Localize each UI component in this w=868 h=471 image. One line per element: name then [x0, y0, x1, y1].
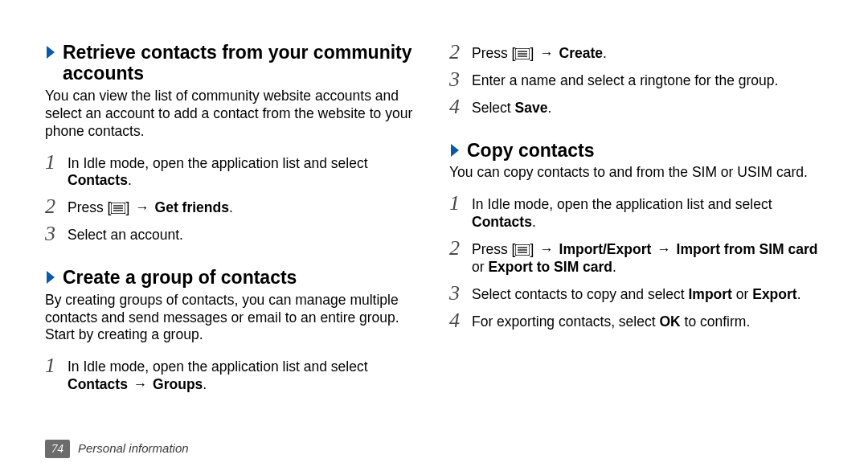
- list-item: 3 Select an account.: [45, 223, 419, 244]
- text: .: [203, 376, 207, 392]
- text: In Idle mode, open the application list …: [68, 358, 368, 375]
- arrow-text: →: [128, 376, 153, 392]
- text: .: [547, 100, 551, 116]
- list-item: 2 Press [] → Get friends.: [45, 196, 419, 217]
- text: In Idle mode, open the application list …: [472, 196, 772, 212]
- steps-create-group-cont: 2 Press [] → Create. 3 Enter a name and …: [449, 42, 823, 117]
- step-body: Select contacts to copy and select Impor…: [472, 283, 823, 304]
- text: .: [612, 259, 616, 275]
- text: .: [128, 172, 132, 188]
- step-body: Press [] → Import/Export → Import from S…: [472, 238, 823, 276]
- step-body: In Idle mode, open the application list …: [68, 152, 419, 190]
- heading-text: Create a group of contacts: [63, 267, 419, 288]
- step-body: Enter a name and select a ringtone for t…: [472, 69, 823, 90]
- bold-text: Import/Export: [555, 241, 652, 257]
- step-number: 1: [449, 193, 472, 214]
- chevron-right-icon: [45, 42, 58, 60]
- heading-copy-contacts: Copy contacts: [449, 140, 823, 164]
- bold-text: Import: [688, 286, 731, 302]
- bold-text: Create: [555, 45, 603, 61]
- para-create-group-intro: By creating groups of contacts, you can …: [45, 292, 419, 345]
- step-number: 3: [45, 223, 68, 244]
- para-retrieve-intro: You can view the list of community websi…: [45, 88, 419, 141]
- text: .: [603, 45, 607, 61]
- list-item: 1 In Idle mode, open the application lis…: [449, 193, 823, 231]
- menu-icon: [515, 244, 530, 256]
- list-item: 3 Enter a name and select a ringtone for…: [449, 69, 823, 90]
- list-item: 4 Select Save.: [449, 96, 823, 117]
- step-body: Press [] → Create.: [472, 42, 823, 63]
- step-body: Select Save.: [472, 96, 823, 117]
- chevron-right-icon: [45, 267, 58, 285]
- heading-text: Copy contacts: [467, 140, 823, 161]
- footer: 74 Personal information: [45, 440, 189, 458]
- step-number: 4: [449, 310, 472, 331]
- menu-icon: [111, 203, 125, 214]
- text: .: [797, 286, 801, 302]
- step-number: 3: [449, 283, 472, 304]
- heading-create-group: Create a group of contacts: [45, 267, 419, 291]
- text: ]: [530, 241, 538, 257]
- svg-marker-10: [451, 144, 459, 157]
- bold-text: Contacts: [68, 172, 128, 188]
- step-number: 2: [449, 238, 472, 259]
- text: .: [532, 214, 536, 230]
- text: ]: [125, 199, 133, 215]
- steps-retrieve: 1 In Idle mode, open the application lis…: [45, 152, 419, 245]
- text: Select: [472, 100, 515, 116]
- text: .: [229, 199, 233, 215]
- step-number: 1: [45, 152, 68, 173]
- arrow-text: →: [538, 241, 555, 257]
- step-body: In Idle mode, open the application list …: [472, 193, 823, 231]
- heading-retrieve-contacts: Retrieve contacts from your community ac…: [45, 42, 419, 88]
- step-number: 4: [449, 96, 472, 117]
- text: to confirm.: [681, 313, 751, 330]
- step-body: For exporting contacts, select OK to con…: [472, 310, 823, 331]
- text: ]: [530, 45, 538, 61]
- step-body: Press [] → Get friends.: [68, 196, 419, 217]
- bold-text: Import from SIM card: [677, 241, 818, 257]
- list-item: 2 Press [] → Import/Export → Import from…: [449, 238, 823, 276]
- text: For exporting contacts, select: [472, 313, 659, 330]
- list-item: 4 For exporting contacts, select OK to c…: [449, 310, 823, 331]
- bold-text: Get friends: [151, 199, 229, 215]
- step-body: In Idle mode, open the application list …: [68, 355, 419, 394]
- list-item: 1 In Idle mode, open the application lis…: [45, 355, 419, 394]
- list-item: 1 In Idle mode, open the application lis…: [45, 152, 419, 190]
- bold-text: OK: [659, 313, 680, 330]
- footer-section-title: Personal information: [78, 441, 189, 457]
- bold-text: Contacts: [68, 376, 128, 392]
- bold-text: Save: [515, 100, 548, 116]
- svg-marker-5: [47, 271, 55, 284]
- right-column: 2 Press [] → Create. 3 Enter a name and …: [449, 42, 823, 471]
- bold-text: Export: [752, 286, 796, 302]
- step-number: 2: [449, 42, 472, 63]
- list-item: 2 Press [] → Create.: [449, 42, 823, 63]
- list-item: 3 Select contacts to copy and select Imp…: [449, 283, 823, 304]
- left-column: Retrieve contacts from your community ac…: [45, 42, 419, 471]
- text: Select contacts to copy and select: [472, 286, 688, 302]
- step-body: Select an account.: [68, 223, 419, 244]
- arrow-text: →: [133, 199, 151, 215]
- step-number: 2: [45, 196, 68, 217]
- text: Press [: [472, 241, 515, 257]
- arrow-text: →: [538, 45, 555, 61]
- text: Press [: [68, 199, 111, 215]
- text: In Idle mode, open the application list …: [68, 155, 368, 171]
- steps-copy: 1 In Idle mode, open the application lis…: [449, 193, 823, 331]
- para-copy-intro: You can copy contacts to and from the SI…: [449, 164, 823, 182]
- step-number: 3: [449, 69, 472, 90]
- svg-marker-0: [47, 46, 55, 59]
- text: Press [: [472, 45, 515, 61]
- heading-text: Retrieve contacts from your community ac…: [63, 42, 419, 84]
- bold-text: Groups: [153, 376, 203, 392]
- page: Retrieve contacts from your community ac…: [0, 0, 868, 471]
- steps-create-group: 1 In Idle mode, open the application lis…: [45, 355, 419, 394]
- step-number: 1: [45, 355, 68, 376]
- text: or: [472, 259, 488, 275]
- menu-icon: [515, 48, 530, 59]
- bold-text: Export to SIM card: [488, 259, 612, 275]
- arrow-text: →: [651, 241, 676, 257]
- bold-text: Contacts: [472, 214, 532, 230]
- text: or: [732, 286, 752, 302]
